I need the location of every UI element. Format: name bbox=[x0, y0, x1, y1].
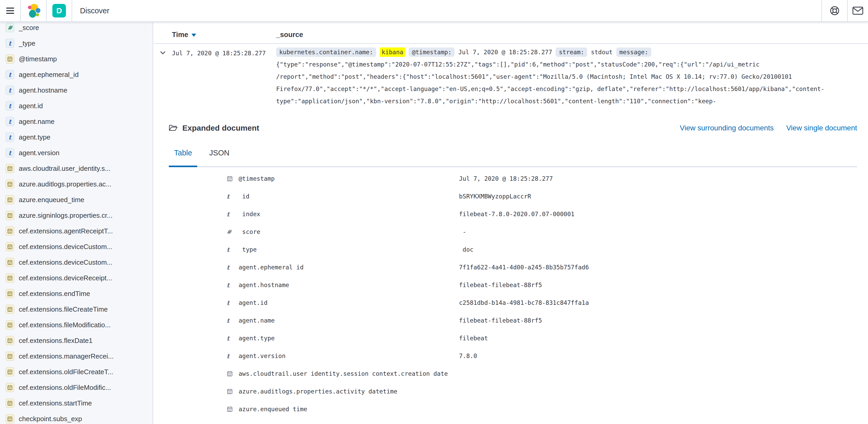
sidebar-field-item[interactable]: t # agent.hostname bbox=[0, 82, 153, 98]
field-label: @timestamp bbox=[19, 55, 57, 63]
calendar-icon bbox=[7, 291, 13, 296]
field-type-icon: t # bbox=[5, 398, 14, 408]
doc-viewer-tabs: Table JSON bbox=[169, 148, 857, 167]
view-single-document-link[interactable]: View single document bbox=[786, 124, 857, 132]
string-type-icon: t bbox=[227, 246, 229, 253]
page-title: Discover bbox=[72, 0, 110, 21]
help-button[interactable] bbox=[822, 0, 847, 21]
sidebar-field-item[interactable]: t # cef.extensions.oldFileCreateT... bbox=[0, 364, 153, 380]
field-label: cef.extensions.deviceCustom... bbox=[19, 243, 113, 251]
field-name: agent.id bbox=[239, 299, 459, 306]
calendar-icon bbox=[7, 385, 13, 390]
expanded-document-title: Expanded document bbox=[182, 123, 259, 133]
field-value: filebeat-filebeat-88rf5 bbox=[459, 282, 857, 288]
field-type-icon: t # bbox=[227, 192, 236, 201]
calendar-icon bbox=[7, 228, 13, 234]
sidebar-field-item[interactable]: t # cef.extensions.managerRecei... bbox=[0, 348, 153, 364]
calendar-icon bbox=[7, 306, 13, 312]
string-type-icon: t bbox=[227, 210, 229, 218]
sidebar-field-item[interactable]: t # cef.extensions.deviceCustom... bbox=[0, 239, 153, 255]
field-type-icon: t # bbox=[5, 242, 14, 251]
sidebar-field-item[interactable]: t # cef.extensions.agentReceiptT... bbox=[0, 223, 153, 239]
field-type-icon: t # bbox=[227, 209, 236, 219]
calendar-icon bbox=[7, 259, 13, 265]
chevron-down-icon bbox=[159, 49, 166, 56]
string-type-icon: t bbox=[227, 335, 229, 342]
sidebar-field-item[interactable]: t # aws.cloudtrail.user_identity.s... bbox=[0, 161, 153, 176]
field-type-icon: t # bbox=[227, 404, 236, 414]
sidebar-field-item[interactable]: t # cef.extensions.startTime bbox=[0, 395, 153, 411]
source-json: {"type":"response","@timestamp":"2020-07… bbox=[276, 58, 858, 108]
string-type-icon: t bbox=[227, 299, 229, 307]
discover-main: Time _source Jul 7, 2020 @ 18:25:28.277 … bbox=[154, 22, 868, 424]
sidebar-field-item[interactable]: t # agent.name bbox=[0, 114, 153, 129]
elastic-logo[interactable] bbox=[21, 0, 46, 21]
calendar-icon bbox=[7, 400, 13, 406]
calendar-icon bbox=[227, 175, 233, 182]
doc-field-row: t # _index filebeat-7.8.0- bbox=[169, 205, 857, 223]
view-surrounding-documents-link[interactable]: View surrounding documents bbox=[680, 124, 774, 132]
field-type-icon: t # bbox=[227, 174, 236, 183]
calendar-icon bbox=[7, 213, 13, 218]
source-part: stream: bbox=[556, 48, 587, 57]
sidebar-field-item[interactable]: t # cef.extensions.deviceReceipt... bbox=[0, 270, 153, 286]
expand-toggle[interactable] bbox=[154, 48, 172, 108]
sidebar-field-item[interactable]: t # azure.auditlogs.properties.ac... bbox=[0, 176, 153, 192]
doc-field-row: t # agent.name filebeat-fi bbox=[169, 312, 857, 329]
sidebar-field-item[interactable]: t # agent.type bbox=[0, 129, 153, 145]
field-name: agent.ephemeral_id bbox=[239, 264, 459, 271]
field-value: filebeat bbox=[459, 335, 857, 342]
field-value: bSRYKXMBWyzoppLaccrR bbox=[459, 193, 857, 200]
field-type-icon: t # bbox=[5, 86, 14, 95]
field-label: agent.hostname bbox=[19, 86, 67, 94]
sidebar-field-item[interactable]: t # cef.extensions.fileCreateTime bbox=[0, 302, 153, 317]
sidebar-field-item[interactable]: t # agent.id bbox=[0, 98, 153, 114]
app-header: D Discover bbox=[0, 0, 868, 22]
field-name: @timestamp bbox=[239, 175, 459, 182]
field-type-icon: t # bbox=[5, 289, 14, 298]
sidebar-field-item[interactable]: t # cef.extensions.oldFileModific... bbox=[0, 380, 153, 395]
field-label: agent.ephemeral_id bbox=[19, 71, 79, 79]
field-name: _id bbox=[239, 193, 459, 200]
sidebar-field-item[interactable]: t # cef.extensions.flexDate1 bbox=[0, 333, 153, 348]
sidebar-field-item[interactable]: t # azure.enqueued_time bbox=[0, 192, 153, 207]
sidebar-field-item[interactable]: t # agent.version bbox=[0, 145, 153, 161]
doc-field-row: t # azure.auditlogs.properties.activ bbox=[169, 383, 857, 400]
tab-json[interactable]: JSON bbox=[204, 148, 235, 166]
field-type-icon: t # bbox=[227, 227, 236, 236]
sidebar-field-item[interactable]: t # agent.ephemeral_id bbox=[0, 67, 153, 82]
sidebar-field-item[interactable]: t # azure.signinlogs.properties.cr... bbox=[0, 207, 153, 223]
field-type-icon: t # bbox=[227, 334, 236, 343]
field-value: 7.8.0 bbox=[459, 352, 857, 359]
tab-table[interactable]: Table bbox=[169, 148, 197, 166]
field-type-icon: t # bbox=[227, 262, 236, 272]
field-type-icon: t # bbox=[227, 245, 236, 254]
sidebar-field-item[interactable]: t # cef.extensions.fileModificatio... bbox=[0, 317, 153, 333]
string-type-icon: t bbox=[227, 352, 229, 360]
field-label: cef.extensions.startTime bbox=[19, 399, 92, 407]
sidebar-field-item[interactable]: t # cef.extensions.deviceCustom... bbox=[0, 255, 153, 270]
help-icon bbox=[830, 5, 840, 16]
string-type-icon: t bbox=[227, 193, 229, 200]
field-name: _type bbox=[239, 246, 459, 253]
field-type-icon: t # bbox=[5, 226, 14, 236]
time-column-header[interactable]: Time bbox=[172, 31, 276, 39]
sidebar-field-item[interactable]: t # _type bbox=[0, 35, 153, 51]
sidebar-field-item[interactable]: t # @timestamp bbox=[0, 51, 153, 67]
field-name: agent.type bbox=[239, 335, 459, 342]
field-value: Jul 7, 2020 @ 18:25:28.277 bbox=[459, 175, 857, 182]
field-value: 7f1fa622-4a41-4d00-a245-8b35b757fad6 bbox=[459, 264, 857, 271]
sidebar-field-item[interactable]: t # cef.extensions.endTime bbox=[0, 286, 153, 302]
time-column-label: Time bbox=[172, 31, 188, 39]
sidebar-field-item[interactable]: t # _score bbox=[0, 22, 153, 35]
expanded-document-panel: Expanded document View surrounding docum… bbox=[154, 123, 868, 418]
menu-button[interactable] bbox=[0, 0, 21, 21]
field-label: agent.type bbox=[19, 133, 50, 141]
field-label: _type bbox=[19, 39, 35, 48]
field-label: agent.id bbox=[19, 102, 43, 110]
newsfeed-button[interactable] bbox=[847, 0, 868, 21]
field-value: filebeat-filebeat-88rf5 bbox=[459, 317, 857, 324]
sidebar-field-item[interactable]: t # checkpoint.subs_exp bbox=[0, 411, 153, 424]
field-name: agent.hostname bbox=[239, 282, 459, 288]
field-list: t # _score t bbox=[0, 22, 153, 424]
